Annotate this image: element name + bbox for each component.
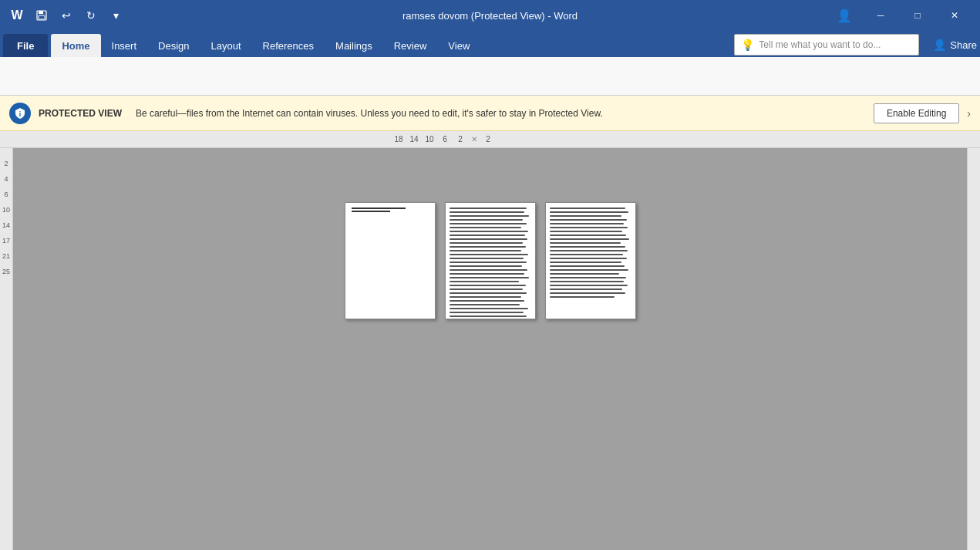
p3-line (550, 292, 626, 294)
p2-line (450, 238, 528, 240)
page1-line1 (352, 208, 406, 209)
p2-line (450, 223, 527, 224)
pages-row (345, 202, 636, 319)
p2-line (450, 258, 524, 259)
p3-line (550, 208, 626, 209)
vertical-scrollbar[interactable] (967, 148, 980, 550)
page-1-content (345, 203, 435, 217)
ribbon: File Home Insert Design Layout Reference… (0, 31, 980, 96)
minimize-button[interactable]: ─ (863, 3, 898, 28)
search-box[interactable]: 💡 Tell me what you want to do... (734, 34, 919, 56)
svg-rect-2 (39, 15, 45, 19)
p3-line (550, 223, 624, 224)
svg-rect-1 (39, 11, 43, 14)
p3-line (550, 250, 628, 251)
tab-review[interactable]: Review (383, 34, 438, 57)
undo-icon[interactable]: ↩ (57, 6, 76, 25)
p2-line (450, 254, 529, 255)
page-2-content (446, 203, 535, 319)
p2-line (450, 312, 524, 313)
tab-file[interactable]: File (3, 34, 48, 57)
p2-line (450, 304, 520, 305)
tab-view[interactable]: View (437, 34, 480, 57)
ruler-num-2: 2 (453, 135, 468, 143)
p2-line (450, 211, 525, 213)
save-icon[interactable] (32, 6, 51, 25)
protected-message: Be careful—files from the Internet can c… (136, 108, 866, 119)
p3-line (550, 265, 625, 267)
p3-line (550, 273, 619, 275)
p2-line (450, 308, 529, 309)
title-bar-controls: 👤 ─ □ ✕ (835, 3, 972, 28)
p3-line (550, 269, 629, 271)
p2-line (450, 288, 523, 290)
p3-line (550, 219, 628, 221)
protected-bar-chevron-icon[interactable]: › (967, 107, 971, 120)
share-label[interactable]: Share (950, 39, 977, 51)
vruler-17: 17 (0, 233, 12, 248)
enable-editing-button[interactable]: Enable Editing (874, 103, 959, 123)
title-bar: W ↩ ↻ ▾ ramses dovom (Protected View) - … (0, 0, 980, 31)
close-button[interactable]: ✕ (937, 3, 972, 28)
ribbon-tabs: File Home Insert Design Layout Reference… (0, 31, 980, 57)
p2-line (450, 262, 527, 263)
p2-line (450, 269, 528, 271)
p3-line (550, 296, 615, 298)
ribbon-content (0, 57, 980, 96)
title-bar-title: ramses dovom (Protected View) - Word (402, 10, 578, 22)
search-placeholder: Tell me what you want to do... (759, 39, 881, 50)
lightbulb-icon: 💡 (741, 39, 754, 51)
p2-line (450, 277, 530, 278)
p3-line (550, 235, 627, 236)
p2-line (450, 315, 527, 317)
ruler-num-6: 6 (437, 135, 453, 143)
svg-text:i: i (19, 110, 22, 118)
p2-line (450, 246, 527, 248)
customize-qat-icon[interactable]: ▾ (106, 6, 125, 25)
p2-line (450, 242, 523, 244)
vruler-10: 10 (0, 202, 12, 218)
ruler-x-icon: ✕ (468, 133, 480, 146)
p3-line (550, 258, 628, 259)
p2-line (450, 208, 527, 209)
tab-home[interactable]: Home (51, 34, 100, 57)
p2-line (450, 300, 525, 302)
page-2 (445, 202, 536, 319)
tab-design[interactable]: Design (147, 34, 200, 57)
vertical-ruler: 2 4 6 10 14 17 21 25 (0, 148, 13, 550)
p3-line (550, 254, 623, 255)
p3-line (550, 281, 624, 282)
word-app-icon: W (8, 6, 26, 25)
p3-line (550, 246, 626, 248)
p2-line (450, 292, 527, 294)
p2-line (450, 250, 521, 251)
account-icon[interactable]: 👤 (835, 6, 854, 25)
share-area: 👤 Share (933, 39, 977, 51)
p3-line (550, 262, 621, 263)
tab-layout[interactable]: Layout (200, 34, 252, 57)
maximize-button[interactable]: □ (900, 3, 935, 28)
shield-icon: i (9, 103, 31, 124)
title-bar-left: W ↩ ↻ ▾ (8, 6, 125, 25)
person-icon: 👤 (933, 39, 946, 51)
ruler-num-10: 10 (422, 135, 437, 143)
p3-line (550, 211, 629, 213)
tab-mailings[interactable]: Mailings (325, 34, 383, 57)
document-area[interactable] (13, 148, 967, 550)
tab-references[interactable]: References (252, 34, 325, 57)
page-1 (345, 202, 436, 319)
p3-line (550, 227, 628, 228)
ruler-num-14: 14 (406, 135, 422, 143)
p2-line (450, 235, 526, 236)
p2-line (450, 265, 522, 267)
p2-line (450, 296, 521, 298)
p3-line (550, 288, 622, 290)
p2-line (450, 273, 525, 275)
tab-insert[interactable]: Insert (101, 34, 148, 57)
vruler-14: 14 (0, 218, 12, 233)
ruler-num-18: 18 (391, 135, 406, 143)
vruler-6: 6 (0, 187, 12, 202)
ruler-numbers: 18 14 10 6 2 ✕ 2 (391, 133, 496, 146)
redo-icon[interactable]: ↻ (82, 6, 100, 25)
main-area: 2 4 6 10 14 17 21 25 (0, 148, 980, 550)
